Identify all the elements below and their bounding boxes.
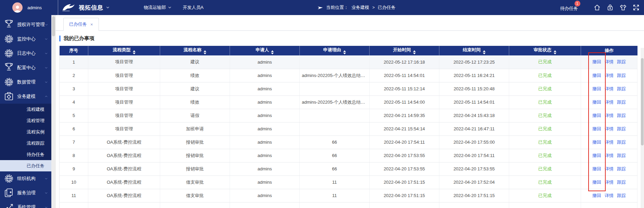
- action-link-撤回[interactable]: 撤回: [592, 193, 601, 198]
- column-header-开始时间[interactable]: 开始时间: [370, 46, 439, 55]
- action-link-详情[interactable]: 详情: [605, 166, 614, 171]
- action-link-跟踪[interactable]: 跟踪: [617, 193, 626, 198]
- sort-icon[interactable]: [554, 50, 556, 54]
- sort-icon[interactable]: [133, 50, 136, 54]
- cell-actions: 撤回详情跟踪: [581, 95, 637, 109]
- breadcrumb-parent[interactable]: 业务建模: [351, 4, 369, 11]
- lock-icon[interactable]: [606, 4, 614, 11]
- sidebar-item-组织机构[interactable]: 组织机构: [0, 171, 51, 186]
- cell-no: 5: [60, 109, 88, 122]
- cell-no: 3: [60, 82, 88, 95]
- action-link-撤回[interactable]: 撤回: [592, 180, 601, 185]
- sidebar-item-业务建模[interactable]: 业务建模: [0, 89, 51, 104]
- sidebar-item-label: 系统管理: [17, 204, 44, 208]
- todo-tasks-button[interactable]: 1 待办任务: [557, 1, 581, 12]
- trophy-icon: [3, 62, 15, 74]
- action-link-详情[interactable]: 详情: [605, 180, 614, 185]
- chevron-up-icon: [44, 95, 48, 98]
- action-link-详情[interactable]: 详情: [605, 113, 614, 118]
- action-link-撤回[interactable]: 撤回: [592, 59, 601, 64]
- action-link-跟踪[interactable]: 跟踪: [617, 126, 626, 131]
- column-header-流程类型[interactable]: 流程类型: [88, 46, 160, 55]
- status-badge: 已完成: [509, 109, 581, 122]
- action-link-撤回[interactable]: 撤回: [592, 153, 601, 158]
- sort-icon[interactable]: [413, 50, 416, 54]
- sidebar-item-数据管理[interactable]: 数据管理: [0, 75, 51, 89]
- tab-completed-tasks[interactable]: 已办任务 ×: [63, 18, 99, 31]
- action-link-跟踪[interactable]: 跟踪: [617, 180, 626, 185]
- user-block[interactable]: admins: [0, 0, 57, 15]
- action-link-详情[interactable]: 详情: [605, 59, 614, 64]
- user-avatar-icon: [12, 2, 23, 13]
- sidebar-subitem-流程建模[interactable]: 流程建模: [0, 104, 51, 115]
- sidebar-item-授权许可管理[interactable]: 授权许可管理: [0, 17, 51, 32]
- column-header-序号: 序号: [60, 46, 88, 55]
- sidebar-scrollbar-thumb[interactable]: [52, 16, 55, 36]
- action-link-跟踪[interactable]: 跟踪: [617, 153, 626, 158]
- sidebar-scrollbar[interactable]: [51, 15, 56, 208]
- action-link-详情[interactable]: 详情: [605, 100, 614, 105]
- action-link-详情[interactable]: 详情: [605, 140, 614, 145]
- action-link-跟踪[interactable]: 跟踪: [617, 86, 626, 91]
- action-link-详情[interactable]: 详情: [605, 153, 614, 158]
- home-icon[interactable]: [593, 4, 601, 11]
- action-link-跟踪[interactable]: 跟踪: [617, 59, 626, 64]
- action-link-撤回[interactable]: 撤回: [592, 86, 601, 91]
- cell-type: 项目管理: [88, 82, 160, 95]
- todo-label: 待办任务: [560, 6, 578, 11]
- sidebar-item-服务治理[interactable]: 服务治理: [0, 186, 51, 200]
- theme-shirt-icon[interactable]: [619, 4, 627, 11]
- sidebar-subitem-流程管理[interactable]: 流程管理: [0, 115, 51, 126]
- sidebar-item-日志中心[interactable]: 日志中心: [0, 46, 51, 61]
- sort-icon[interactable]: [204, 50, 206, 54]
- action-link-撤回[interactable]: 撤回: [592, 100, 601, 105]
- action-link-跟踪[interactable]: 跟踪: [617, 73, 626, 78]
- sidebar-subitem-流程跟踪[interactable]: 流程跟踪: [0, 138, 51, 149]
- action-link-详情[interactable]: 详情: [605, 126, 614, 131]
- column-header-申请人[interactable]: 申请人: [230, 46, 300, 55]
- sidebar-item-配置中心[interactable]: 配置中心: [0, 61, 51, 75]
- sidebar-subitem-已办任务[interactable]: 已办任务: [0, 160, 51, 171]
- sidebar-item-监控中心[interactable]: 监控中心: [0, 32, 51, 46]
- action-link-撤回[interactable]: 撤回: [592, 166, 601, 171]
- status-badge: 已完成: [509, 135, 581, 149]
- table-scrollbar-thumb[interactable]: [641, 58, 644, 145]
- breadcrumb-current[interactable]: 已办任务: [378, 4, 396, 11]
- column-header-流程名称[interactable]: 流程名称: [160, 46, 230, 55]
- cell-applicant: admins: [230, 95, 300, 109]
- action-link-撤回[interactable]: 撤回: [592, 140, 601, 145]
- sidebar-subitem-待办任务[interactable]: 待办任务: [0, 149, 51, 160]
- action-link-详情[interactable]: 详情: [605, 193, 614, 198]
- action-link-撤回[interactable]: 撤回: [592, 73, 601, 78]
- sort-icon[interactable]: [343, 50, 346, 54]
- action-link-详情[interactable]: 详情: [605, 73, 614, 78]
- brand-block[interactable]: 视拓信息: [62, 0, 110, 15]
- globe-gear-icon: [3, 47, 15, 60]
- action-link-撤回[interactable]: 撤回: [592, 113, 601, 118]
- action-link-跟踪[interactable]: 跟踪: [617, 113, 626, 118]
- fullscreen-icon[interactable]: [632, 4, 640, 11]
- column-header-申请理由[interactable]: 申请理由: [300, 46, 370, 55]
- column-header-审批状态[interactable]: 审批状态: [509, 46, 581, 55]
- sidebar-item-label: 服务治理: [17, 190, 44, 196]
- action-link-撤回[interactable]: 撤回: [592, 126, 601, 131]
- table-scrollbar[interactable]: [641, 48, 644, 208]
- action-link-跟踪[interactable]: 跟踪: [617, 166, 626, 171]
- chevron-down-icon: [44, 177, 48, 180]
- sort-icon[interactable]: [483, 50, 486, 54]
- column-header-结束时间[interactable]: 结束时间: [439, 46, 509, 55]
- brand-chevron-down-icon: [106, 6, 110, 9]
- tab-close-icon[interactable]: ×: [90, 22, 93, 27]
- sidebar-item-系统管理[interactable]: 系统管理: [0, 200, 51, 208]
- sort-icon[interactable]: [271, 50, 274, 54]
- chevron-down-icon: [44, 191, 48, 195]
- department-menu[interactable]: 物流运输部: [144, 0, 171, 15]
- action-link-详情[interactable]: 详情: [605, 86, 614, 91]
- cell-applicant: admins: [230, 122, 300, 135]
- action-link-跟踪[interactable]: 跟踪: [617, 100, 626, 105]
- cell-applicant: admins: [230, 189, 300, 202]
- cell-applicant: admins: [230, 82, 300, 95]
- sidebar-subitem-流程实例[interactable]: 流程实例: [0, 126, 51, 138]
- action-link-跟踪[interactable]: 跟踪: [617, 140, 626, 145]
- cell-actions: 撤回详情跟踪: [581, 135, 637, 149]
